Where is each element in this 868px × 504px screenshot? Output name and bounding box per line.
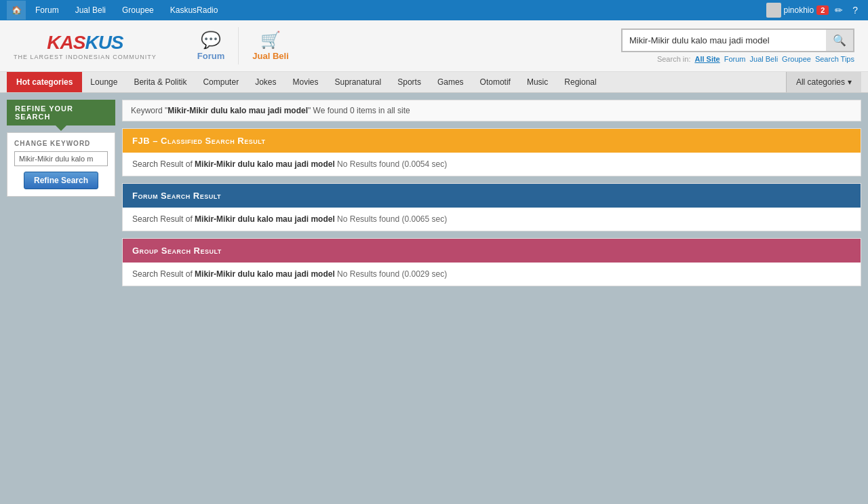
fjb-body-suffix: No Results found (0.0054 sec) bbox=[335, 159, 447, 169]
forum-label: Forum bbox=[197, 51, 224, 61]
jualbeli-label: Jual Beli bbox=[252, 51, 288, 61]
nav-kaskusradio[interactable]: KaskusRadio bbox=[163, 3, 225, 18]
search-input[interactable] bbox=[623, 30, 826, 51]
forum-body-prefix: Search Result of bbox=[132, 214, 195, 224]
group-body-suffix: No Results found (0.0029 sec) bbox=[335, 269, 447, 279]
cat-otomotif[interactable]: Otomotif bbox=[472, 72, 519, 92]
search-in-forum[interactable]: Forum bbox=[724, 55, 746, 63]
cat-movies[interactable]: Movies bbox=[284, 72, 326, 92]
forum-icon: 💬 bbox=[201, 31, 221, 50]
header-nav-icons: 💬 Forum 🛒 Jual Beli bbox=[184, 27, 302, 64]
group-body-keyword: Mikir-Mikir dulu kalo mau jadi model bbox=[195, 269, 335, 279]
group-section: Group Search Result Search Result of Mik… bbox=[122, 238, 861, 286]
search-tips-link[interactable]: Search Tips bbox=[815, 55, 854, 63]
fjb-header: FJB – Classified Search Result bbox=[123, 129, 861, 153]
cat-all[interactable]: All categories ▾ bbox=[786, 72, 861, 92]
help-icon[interactable]: ? bbox=[849, 3, 861, 17]
main-content: REFINE YOUR SEARCH CHANGE KEYWORD Refine… bbox=[0, 93, 868, 300]
refine-header: REFINE YOUR SEARCH bbox=[7, 100, 115, 125]
change-keyword-label: CHANGE KEYWORD bbox=[14, 140, 108, 147]
forum-body: Search Result of Mikir-Mikir dulu kalo m… bbox=[123, 208, 861, 231]
logo[interactable]: KASKUS THE LARGEST INDONESIAN COMMUNITY bbox=[14, 32, 157, 60]
cat-games[interactable]: Games bbox=[429, 72, 472, 92]
fjb-body-prefix: Search Result of bbox=[132, 159, 195, 169]
edit-icon[interactable]: ✏ bbox=[831, 3, 846, 17]
keyword-summary: Keyword "Mikir-Mikir dulu kalo mau jadi … bbox=[122, 100, 861, 121]
cat-hot[interactable]: Hot categories bbox=[7, 72, 82, 92]
fjb-section: FJB – Classified Search Result Search Re… bbox=[122, 128, 861, 176]
nav-jualbeli[interactable]: Jual Beli bbox=[68, 3, 113, 18]
keyword-summary-suffix: " We found 0 items in all site bbox=[308, 106, 410, 115]
jualbeli-icon: 🛒 bbox=[260, 31, 281, 50]
jualbeli-nav-icon[interactable]: 🛒 Jual Beli bbox=[239, 27, 302, 64]
forum-section: Forum Search Result Search Result of Mik… bbox=[122, 183, 861, 231]
search-in-row: Search in: All Site Forum Jual Beli Grou… bbox=[657, 55, 854, 63]
change-keyword-box: CHANGE KEYWORD Refine Search bbox=[7, 132, 115, 197]
search-area: 🔍 Search in: All Site Forum Jual Beli Gr… bbox=[621, 28, 854, 63]
group-header: Group Search Result bbox=[123, 239, 861, 263]
forum-header: Forum Search Result bbox=[123, 184, 861, 208]
search-in-label: Search in: bbox=[657, 55, 691, 63]
home-button[interactable]: 🏠 bbox=[7, 1, 26, 20]
top-nav-right: pinokhio 2 ✏ ? bbox=[766, 3, 862, 18]
notification-badge[interactable]: 2 bbox=[816, 5, 829, 15]
logo-text: KASKUS bbox=[47, 32, 123, 54]
forum-nav-icon[interactable]: 💬 Forum bbox=[184, 27, 239, 64]
fjb-body-keyword: Mikir-Mikir dulu kalo mau jadi model bbox=[195, 159, 335, 169]
user-avatar bbox=[766, 3, 781, 18]
cat-lounge[interactable]: Lounge bbox=[82, 72, 125, 92]
top-navigation: 🏠 Forum Jual Beli Groupee KaskusRadio pi… bbox=[0, 0, 868, 20]
nav-forum[interactable]: Forum bbox=[28, 3, 66, 18]
cat-sports[interactable]: Sports bbox=[389, 72, 429, 92]
search-button[interactable]: 🔍 bbox=[826, 30, 853, 51]
group-body: Search Result of Mikir-Mikir dulu kalo m… bbox=[123, 263, 861, 286]
refine-search-button[interactable]: Refine Search bbox=[24, 172, 98, 189]
cat-all-wrap: All categories ▾ bbox=[786, 72, 861, 92]
cat-music[interactable]: Music bbox=[519, 72, 556, 92]
cat-computer[interactable]: Computer bbox=[195, 72, 247, 92]
keyword-highlight: Mikir-Mikir dulu kalo mau jadi model bbox=[167, 106, 308, 115]
username: pinokhio bbox=[784, 5, 814, 15]
header: KASKUS THE LARGEST INDONESIAN COMMUNITY … bbox=[0, 20, 868, 72]
logo-subtitle: THE LARGEST INDONESIAN COMMUNITY bbox=[14, 54, 157, 60]
search-in-all-site[interactable]: All Site bbox=[694, 55, 719, 63]
cat-jokes[interactable]: Jokes bbox=[247, 72, 284, 92]
search-in-groupee[interactable]: Groupee bbox=[782, 55, 811, 63]
nav-groupee[interactable]: Groupee bbox=[115, 3, 161, 18]
left-sidebar: REFINE YOUR SEARCH CHANGE KEYWORD Refine… bbox=[7, 100, 115, 293]
fjb-body: Search Result of Mikir-Mikir dulu kalo m… bbox=[123, 153, 861, 176]
forum-body-keyword: Mikir-Mikir dulu kalo mau jadi model bbox=[195, 214, 335, 224]
forum-body-suffix: No Results found (0.0065 sec) bbox=[335, 214, 447, 224]
keyword-input[interactable] bbox=[14, 151, 108, 166]
search-box: 🔍 bbox=[621, 28, 854, 52]
chevron-down-icon: ▾ bbox=[848, 77, 852, 87]
categories-bar: Hot categories Lounge Berita & Politik C… bbox=[0, 72, 868, 93]
results-area: Keyword "Mikir-Mikir dulu kalo mau jadi … bbox=[122, 100, 861, 293]
group-body-prefix: Search Result of bbox=[132, 269, 195, 279]
cat-regional[interactable]: Regional bbox=[556, 72, 604, 92]
cat-supranatural[interactable]: Supranatural bbox=[327, 72, 390, 92]
search-in-jualbeli[interactable]: Jual Beli bbox=[750, 55, 778, 63]
cat-berita[interactable]: Berita & Politik bbox=[125, 72, 195, 92]
keyword-summary-prefix: Keyword " bbox=[131, 106, 167, 115]
home-icon: 🏠 bbox=[12, 5, 22, 15]
cat-all-label: All categories bbox=[796, 77, 845, 87]
